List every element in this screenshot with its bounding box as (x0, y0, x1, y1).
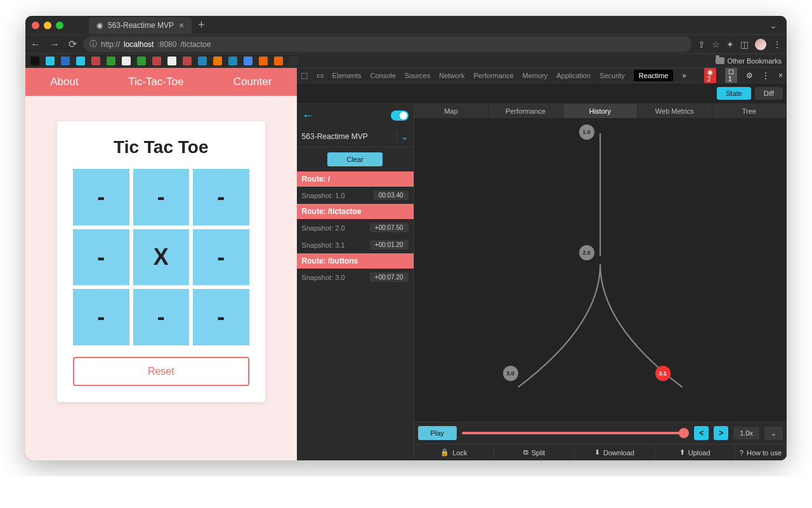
graph-node[interactable]: 2.0 (579, 245, 594, 260)
bookmark-icon[interactable] (228, 57, 237, 65)
chevron-down-icon[interactable]: ⌄ (396, 131, 409, 142)
subtab-webmetrics[interactable]: Web Metrics (638, 104, 712, 118)
cell[interactable]: - (193, 229, 249, 286)
history-graph[interactable]: 1.02.03.03.1 (414, 118, 787, 422)
graph-node[interactable]: 3.0 (503, 366, 518, 381)
subtab-history[interactable]: History (563, 104, 638, 118)
cell[interactable]: - (193, 289, 249, 345)
dt-tab-performance[interactable]: Performance (474, 72, 514, 79)
reload-button[interactable]: ⟳ (69, 38, 77, 50)
close-window-button[interactable] (32, 22, 39, 29)
cell[interactable]: - (133, 169, 190, 225)
nav-counter[interactable]: Counter (233, 76, 272, 88)
play-button[interactable]: Play (418, 426, 457, 440)
snapshot-row[interactable]: Snapshot: 2.0+00:07.50 (297, 219, 414, 236)
diff-pill[interactable]: Diff (755, 87, 783, 100)
dt-tab-elements[interactable]: Elements (332, 72, 362, 79)
panel-icon[interactable]: ◫ (740, 39, 749, 50)
bookmark-icon[interactable] (91, 57, 100, 65)
speed-select[interactable]: 1.0x (733, 427, 759, 439)
browser-tab[interactable]: ◉ 563-Reactime MVP × (89, 17, 192, 34)
subtab-performance[interactable]: Performance (488, 104, 563, 118)
cell[interactable]: X (133, 229, 190, 286)
close-devtools-icon[interactable]: × (778, 71, 783, 80)
state-pill[interactable]: State (717, 87, 751, 100)
dt-tab-console[interactable]: Console (370, 72, 395, 79)
bookmark-icon[interactable] (198, 57, 207, 65)
error-badge[interactable]: ◉ 2 (704, 68, 716, 83)
more-tabs-icon[interactable]: » (682, 71, 686, 80)
subtab-map[interactable]: Map (414, 104, 488, 118)
share-icon[interactable]: ⇪ (698, 39, 705, 50)
dt-tab-sources[interactable]: Sources (405, 72, 430, 79)
snapshot-row[interactable]: Snapshot: 3.0+00:07.20 (297, 269, 414, 286)
menu-icon[interactable]: ⋮ (773, 39, 782, 50)
graph-node[interactable]: 1.0 (579, 124, 594, 140)
bottom-action-split[interactable]: ⧉Split (494, 444, 575, 460)
bookmark-icon[interactable] (167, 57, 176, 65)
info-badge[interactable]: ☐ 1 (725, 68, 737, 83)
cell[interactable]: - (193, 169, 249, 225)
bookmark-icon[interactable] (244, 57, 252, 65)
device-icon[interactable]: ▭ (317, 71, 324, 80)
gear-icon[interactable]: ⚙ (746, 71, 753, 80)
cell[interactable]: - (133, 289, 190, 345)
bookmark-icon[interactable] (183, 57, 192, 65)
timeline-slider[interactable] (462, 432, 689, 434)
bookmark-icon[interactable] (30, 57, 39, 65)
bookmark-icon[interactable] (137, 57, 146, 65)
next-button[interactable]: > (714, 426, 728, 440)
reset-button[interactable]: Reset (73, 357, 249, 386)
forward-button[interactable]: → (49, 39, 60, 50)
dt-tab-memory[interactable]: Memory (523, 72, 548, 79)
bottom-action-upload[interactable]: ⬆Upload (655, 444, 735, 460)
cell[interactable]: - (73, 289, 129, 345)
back-button[interactable]: ← (30, 39, 41, 50)
prev-button[interactable]: < (694, 426, 709, 440)
dt-tab-security[interactable]: Security (599, 72, 625, 79)
snapshot-row[interactable]: Snapshot: 1.000:03.40 (297, 187, 414, 204)
bookmark-icon[interactable] (274, 57, 283, 65)
other-bookmarks-button[interactable]: Other Bookmarks (716, 57, 782, 65)
inspect-icon[interactable]: ⬚ (301, 71, 308, 80)
minimize-window-button[interactable] (44, 22, 51, 29)
maximize-window-button[interactable] (56, 22, 63, 29)
new-tab-button[interactable]: + (198, 18, 205, 32)
subtab-tree[interactable]: Tree (712, 104, 787, 118)
cell[interactable]: - (73, 169, 129, 225)
nav-tictactoe[interactable]: Tic-Tac-Toe (128, 76, 183, 88)
profile-avatar[interactable] (755, 39, 766, 50)
bookmark-icon[interactable] (213, 57, 222, 65)
kebab-icon[interactable]: ⋮ (762, 71, 769, 80)
bookmark-icon[interactable] (46, 57, 55, 65)
chevron-down-icon[interactable]: ⌄ (769, 20, 777, 30)
cell[interactable]: - (73, 229, 129, 286)
clear-button[interactable]: Clear (327, 152, 382, 166)
bookmark-icon[interactable] (61, 57, 70, 65)
bookmark-icon[interactable] (76, 57, 85, 65)
close-tab-icon[interactable]: × (179, 20, 184, 30)
dt-tab-reactime[interactable]: Reactime (634, 70, 673, 81)
dt-tab-application[interactable]: Application (556, 72, 591, 79)
bookmark-icon[interactable] (289, 57, 298, 65)
bookmark-icon[interactable] (152, 57, 161, 65)
bookmark-icon[interactable] (122, 57, 131, 65)
record-toggle[interactable] (391, 110, 409, 121)
folder-icon (716, 57, 724, 64)
bookmark-star-icon[interactable]: ☆ (712, 39, 720, 50)
back-arrow-icon[interactable]: ← (302, 108, 315, 123)
extensions-icon[interactable]: ✦ (726, 39, 734, 50)
reactime-sidebar: ← 563-Reactime MVP ⌄ Clear Route: /Snaps… (297, 104, 414, 460)
bottom-action-lock[interactable]: 🔒Lock (414, 444, 495, 460)
bottom-action-how-to-use[interactable]: ?How to use (735, 444, 787, 460)
speed-dropdown-icon[interactable]: ⌄ (764, 427, 783, 440)
url-bar[interactable]: ⓘ http://localhost:8080/tictactoe (83, 36, 691, 52)
snapshot-row[interactable]: Snapshot: 3.1+00:01.20 (297, 236, 414, 253)
route-header: Route: / (297, 171, 414, 187)
bottom-action-download[interactable]: ⬇Download (575, 444, 655, 460)
graph-node[interactable]: 3.1 (655, 366, 671, 381)
nav-about[interactable]: About (50, 76, 78, 88)
dt-tab-network[interactable]: Network (439, 72, 464, 79)
bookmark-icon[interactable] (107, 57, 115, 65)
bookmark-icon[interactable] (259, 57, 268, 65)
